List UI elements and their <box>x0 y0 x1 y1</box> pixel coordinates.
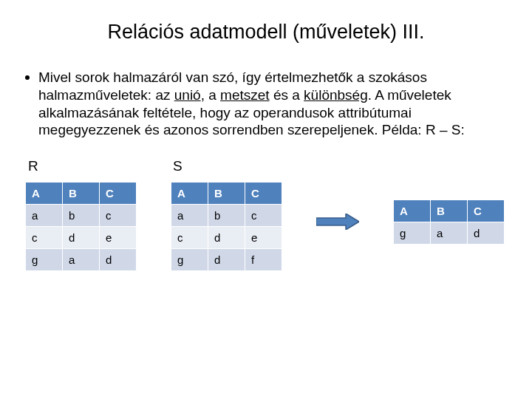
table-row: c d e <box>26 227 137 249</box>
td: a <box>171 205 208 227</box>
svg-marker-0 <box>316 214 359 230</box>
td: a <box>26 205 63 227</box>
td: c <box>245 205 282 227</box>
td: c <box>171 227 208 249</box>
arrow-icon <box>316 200 359 244</box>
table-row: c d e <box>171 227 282 249</box>
th: B <box>431 200 468 222</box>
th: C <box>468 200 505 222</box>
th: A <box>26 183 63 205</box>
table-row: g a d <box>26 249 137 271</box>
underline-unio: unió <box>174 87 201 103</box>
td: a <box>63 249 100 271</box>
td: g <box>394 222 431 245</box>
td: d <box>100 249 137 271</box>
label-r: R <box>25 158 136 174</box>
table-r: A B C a b c c d e g a d <box>25 182 137 271</box>
td: c <box>100 205 137 227</box>
th: B <box>63 183 100 205</box>
bullet-dot <box>25 75 30 80</box>
body-paragraph: Mivel sorok halmazáról van szó, így érte… <box>38 69 507 139</box>
label-s: S <box>170 158 281 174</box>
table-row: a b c <box>171 205 282 227</box>
text-mid1: , a <box>201 87 220 103</box>
table-s: A B C a b c c d e g d f <box>171 182 282 271</box>
th: A <box>394 200 431 222</box>
td: d <box>63 227 100 249</box>
table-row: g a d <box>394 222 505 245</box>
text-mid2: és a <box>270 87 304 103</box>
underline-kulonbseg: különbség <box>304 87 368 103</box>
td: g <box>171 249 208 271</box>
td: b <box>208 205 245 227</box>
td: f <box>245 249 282 271</box>
td: e <box>100 227 137 249</box>
td: a <box>431 222 468 245</box>
table-result: A B C g a d <box>393 200 505 245</box>
td: d <box>468 222 505 245</box>
td: d <box>208 227 245 249</box>
td: d <box>208 249 245 271</box>
th: C <box>245 183 282 205</box>
th: C <box>100 183 137 205</box>
td: c <box>26 227 63 249</box>
table-row: g d f <box>171 249 282 271</box>
bullet-item: Mivel sorok halmazáról van szó, így érte… <box>25 69 507 139</box>
tables-area: R S A B C a b c c d e <box>25 158 507 271</box>
th: B <box>208 183 245 205</box>
th: A <box>171 183 208 205</box>
td: e <box>245 227 282 249</box>
td: g <box>26 249 63 271</box>
underline-metszet: metszet <box>220 87 270 103</box>
table-row: a b c <box>26 205 137 227</box>
td: b <box>63 205 100 227</box>
slide-title: Relációs adatmodell (műveletek) III. <box>25 21 507 44</box>
